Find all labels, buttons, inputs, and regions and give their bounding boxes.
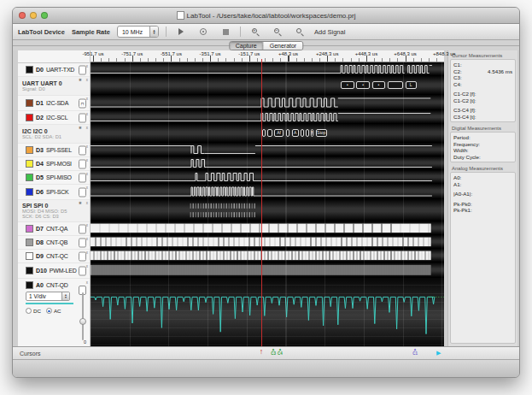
remove-signal-icon[interactable]: x xyxy=(86,158,88,162)
channel-row-d2[interactable]: D2I2C-SCLx xyxy=(18,111,90,125)
channel-row-d5[interactable]: D5SPI-MISOx xyxy=(18,171,90,185)
remove-signal-icon[interactable]: x xyxy=(86,223,88,227)
zoom-window-button[interactable] xyxy=(41,12,48,19)
stop-button[interactable] xyxy=(218,27,233,38)
group-sublabel: SCK: D6 CS: D3 xyxy=(22,214,59,219)
title-bar[interactable]: LabTool - /Users/take/local/labtool/work… xyxy=(13,8,519,24)
measurement-row: |A0-A1|: xyxy=(453,191,512,198)
cursor-marker-label: C3 xyxy=(271,352,276,357)
channel-row-d6[interactable]: D6SPI-SCKx xyxy=(18,185,90,200)
remove-signal-icon[interactable]: x xyxy=(86,186,88,190)
trigger-button-d1[interactable]: ⊓ xyxy=(79,98,86,108)
measurement-label: C1: xyxy=(453,62,462,68)
coupling-radio-dc[interactable]: DC xyxy=(26,308,41,314)
channel-row-d4[interactable]: D4SPI-MOSIx xyxy=(18,157,90,171)
decode-value-box: Af xyxy=(274,129,284,137)
remove-signal-icon[interactable]: x xyxy=(86,126,88,130)
remove-signal-icon[interactable]: x xyxy=(86,264,88,268)
cursors-bar: Cursors ↑▲C3▲C4▲C1▶ xyxy=(13,346,519,360)
add-signal-button[interactable]: Add Signal xyxy=(314,28,345,36)
channel-row-i2c[interactable]: I2C I2C 0SCL: D2 SDA: D1✱x xyxy=(18,125,90,144)
coupling-radio-ac[interactable]: AC xyxy=(46,308,61,314)
zoom-all-icon xyxy=(296,28,304,36)
zoom-in-button[interactable]: + xyxy=(248,27,263,38)
trigger-button-d6[interactable] xyxy=(79,187,86,197)
remove-signal-icon[interactable]: x xyxy=(86,78,88,82)
sample-rate-select[interactable]: 10 MHz ▲▼ xyxy=(117,26,159,38)
zoom-all-button[interactable] xyxy=(292,27,307,38)
timeline-tick-label: +648.3 us xyxy=(394,51,417,56)
remove-signal-icon[interactable]: x xyxy=(86,112,88,116)
channel-row-d3[interactable]: D3SPI-SSELx xyxy=(18,144,90,157)
cursor-measurements-box: C1:C2:4.5436 msC3:C4:C1-C2 [f]:C1-C2 [t]… xyxy=(450,59,516,122)
channel-row-uart[interactable]: UART UART 0Signal: D0✱x xyxy=(18,77,90,96)
waveform-plot[interactable]: -951.7 us-751.7 us-551.7 us-351.7 us-151… xyxy=(91,50,444,346)
cursor-marker-C4[interactable]: ▲C4 xyxy=(278,348,283,356)
channel-row-a0[interactable]: A0CNT-QDx1 V/div▲▼DCAC0 xyxy=(18,279,90,347)
gear-icon[interactable]: ✱ xyxy=(79,201,82,205)
continuous-capture-button[interactable] xyxy=(196,27,211,38)
remove-signal-icon[interactable]: x xyxy=(86,97,88,101)
remove-signal-icon[interactable]: x xyxy=(86,201,88,205)
measurement-label: Duty Cycle: xyxy=(453,154,481,161)
trigger-button-d0[interactable] xyxy=(79,65,86,74)
tab-capture[interactable]: Capture xyxy=(230,42,263,50)
remove-signal-icon[interactable]: x xyxy=(86,237,88,241)
decode-value-box xyxy=(388,81,403,89)
trigger-button-d8[interactable] xyxy=(79,238,86,247)
app-window: LabTool - /Users/take/local/labtool/work… xyxy=(12,7,520,378)
trigger-button-d10[interactable] xyxy=(79,266,86,275)
cursor-marker-C3[interactable]: ▲C3 xyxy=(271,348,276,356)
analog-measurements-box: A0:A1:|A0-A1|:Pk-Pk0:Pk-Pk1: xyxy=(450,172,516,344)
cursor-marker-scroll[interactable]: ▶ xyxy=(436,348,441,356)
channel-row-d10[interactable]: D10PWM-LEDx xyxy=(18,263,90,279)
cursor-marker-trigger[interactable]: ↑ xyxy=(260,348,264,356)
channel-row-d7[interactable]: D7CNT-QAx xyxy=(18,222,90,236)
trigger-button-d5[interactable] xyxy=(79,173,86,182)
lane-d4 xyxy=(91,156,444,170)
gear-icon[interactable]: ✱ xyxy=(79,126,82,130)
channel-name: I2C-SCL xyxy=(46,115,67,121)
gear-icon[interactable]: ✱ xyxy=(79,78,82,82)
minimize-button[interactable] xyxy=(30,12,37,19)
measurement-row: C2:4.5436 ms xyxy=(453,68,512,75)
volts-per-div-select[interactable]: 1 V/div▲▼ xyxy=(26,292,70,301)
run-button[interactable] xyxy=(173,27,189,38)
trigger-button-d3[interactable] xyxy=(79,145,86,155)
lane-d5 xyxy=(91,170,444,184)
decode-value-box xyxy=(267,129,272,137)
remove-signal-icon[interactable]: x xyxy=(86,144,88,149)
remove-signal-icon[interactable]: x xyxy=(86,64,88,68)
channel-id: D2 xyxy=(36,115,44,121)
trigger-button-d7[interactable] xyxy=(79,224,86,233)
channel-row-d1[interactable]: D1I2C-SDA⊓x xyxy=(18,96,90,111)
analog-offset-slider[interactable] xyxy=(80,292,85,340)
measurement-label: A1: xyxy=(453,181,461,188)
stepper-icon[interactable]: ▲▼ xyxy=(61,292,69,300)
cursor-marker-C1[interactable]: ▲C1 xyxy=(412,348,418,356)
channel-row-d9[interactable]: D9CNT-QCx xyxy=(18,250,90,263)
trigger-button-d4[interactable] xyxy=(79,159,86,168)
lane-i2c: AfANStop xyxy=(91,124,444,143)
channel-row-spi[interactable]: SPI SPI 0MOSI: D4 MISO: D5SCK: D6 CS: D3… xyxy=(18,200,90,222)
measurements-panel: Cursor MeasurementsC1:C2:4.5436 msC3:C4:… xyxy=(447,50,517,346)
measurement-label: Pk-Pk0: xyxy=(453,201,472,208)
channel-row-d8[interactable]: D8CNT-QBx xyxy=(18,236,90,250)
timeline-ruler[interactable]: -951.7 us-751.7 us-551.7 us-351.7 us-151… xyxy=(91,50,444,62)
measurement-row: A1: xyxy=(453,181,512,188)
slider-handle-icon[interactable] xyxy=(79,318,86,325)
remove-signal-icon[interactable]: x xyxy=(86,251,88,255)
trigger-button-d2[interactable] xyxy=(79,113,86,122)
close-button[interactable] xyxy=(19,12,26,19)
channel-id: D1 xyxy=(36,100,44,106)
measurement-row: Frequency: xyxy=(453,141,512,148)
stepper-icon[interactable]: ▲▼ xyxy=(149,27,158,37)
trigger-button-d9[interactable] xyxy=(79,251,86,261)
zoom-out-button[interactable]: − xyxy=(270,27,285,38)
tab-generator[interactable]: Generator xyxy=(263,42,303,50)
remove-signal-icon[interactable]: x xyxy=(86,280,88,285)
channel-row-d0[interactable]: D0UART-TXDx xyxy=(18,63,90,77)
remove-signal-icon[interactable]: x xyxy=(86,172,88,176)
device-button[interactable]: LabTool Device xyxy=(18,28,65,36)
channel-name: UART-TXD xyxy=(46,67,74,73)
